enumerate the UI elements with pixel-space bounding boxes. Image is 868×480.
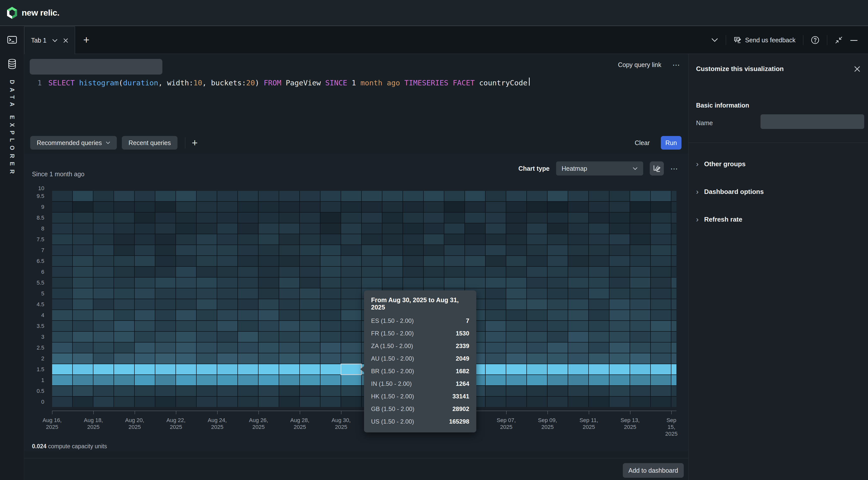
heatmap-cell[interactable] [217, 321, 238, 331]
heatmap-cell[interactable] [486, 364, 506, 374]
heatmap-cell[interactable] [114, 353, 134, 364]
heatmap-cell[interactable] [672, 299, 676, 309]
heatmap-cell[interactable] [238, 202, 258, 212]
heatmap-cell[interactable] [155, 397, 176, 407]
heatmap-cell[interactable] [114, 364, 134, 374]
heatmap-cell[interactable] [73, 364, 93, 374]
heatmap-cell[interactable] [279, 332, 299, 342]
heatmap-cell[interactable] [651, 299, 671, 309]
heatmap-cell[interactable] [465, 277, 485, 288]
heatmap-cell[interactable] [320, 277, 341, 288]
heatmap-cell[interactable] [506, 299, 526, 309]
heatmap-cell[interactable] [279, 202, 299, 212]
heatmap-cell[interactable] [548, 256, 568, 266]
heatmap-cell[interactable] [155, 202, 176, 212]
heatmap-cell[interactable] [93, 277, 114, 288]
heatmap-cell[interactable] [93, 256, 114, 266]
heatmap-cell[interactable] [176, 191, 196, 201]
heatmap-cell[interactable] [258, 364, 279, 374]
heatmap-cell[interactable] [589, 386, 609, 396]
heatmap-cell[interactable] [93, 299, 114, 309]
heatmap-cell[interactable] [382, 245, 403, 256]
heatmap-cell[interactable] [486, 397, 506, 407]
heatmap-cell[interactable] [238, 256, 258, 266]
heatmap-cell[interactable] [93, 353, 114, 364]
heatmap-cell[interactable] [589, 375, 609, 385]
heatmap-cell[interactable] [93, 191, 114, 201]
heatmap-cell[interactable] [610, 364, 629, 374]
heatmap-cell[interactable] [238, 213, 258, 223]
heatmap-cell[interactable] [279, 342, 299, 353]
heatmap-cell[interactable] [52, 213, 72, 223]
heatmap-cell[interactable] [176, 299, 196, 309]
heatmap-cell[interactable] [300, 223, 320, 234]
heatmap-cell[interactable] [155, 277, 176, 288]
heatmap-cell[interactable] [73, 234, 93, 244]
heatmap-cell[interactable] [444, 277, 464, 288]
heatmap-cell[interactable] [73, 299, 93, 309]
chart-type-select[interactable]: Heatmap [556, 161, 643, 176]
heatmap-cell[interactable] [506, 375, 526, 385]
heatmap-cell[interactable] [73, 386, 93, 396]
heatmap-cell[interactable] [279, 321, 299, 331]
heatmap-cell[interactable] [548, 288, 568, 299]
heatmap-cell[interactable] [196, 277, 217, 288]
heatmap-cell[interactable] [52, 202, 72, 212]
heatmap-cell[interactable] [672, 342, 676, 353]
heatmap-cell[interactable] [279, 299, 299, 309]
heatmap-cell[interactable] [403, 223, 423, 234]
chart-more-options-icon[interactable]: ⋯ [671, 164, 679, 173]
heatmap-cell[interactable] [651, 397, 671, 407]
heatmap-cell[interactable] [651, 288, 671, 299]
heatmap-cell[interactable] [196, 288, 217, 299]
heatmap-cell[interactable] [444, 213, 464, 223]
heatmap-cell[interactable] [444, 267, 464, 277]
heatmap-cell[interactable] [279, 397, 299, 407]
heatmap-cell[interactable] [548, 223, 568, 234]
heatmap-cell[interactable] [630, 321, 650, 331]
heatmap-cell[interactable] [527, 223, 547, 234]
heatmap-cell[interactable] [568, 353, 588, 364]
heatmap-cell[interactable] [73, 223, 93, 234]
heatmap-cell[interactable] [279, 223, 299, 234]
heatmap-cell[interactable] [258, 375, 279, 385]
heatmap-cell[interactable] [196, 397, 217, 407]
heatmap-cell[interactable] [548, 245, 568, 256]
heatmap-cell[interactable] [279, 364, 299, 374]
heatmap-cell[interactable] [527, 191, 547, 201]
heatmap-cell[interactable] [568, 256, 588, 266]
heatmap-cell[interactable] [486, 288, 506, 299]
heatmap-cell[interactable] [155, 256, 176, 266]
heatmap-cell[interactable] [196, 202, 217, 212]
heatmap-cell[interactable] [217, 191, 238, 201]
heatmap-cell[interactable] [527, 375, 547, 385]
heatmap-cell[interactable] [238, 353, 258, 364]
heatmap-cell[interactable] [651, 353, 671, 364]
heatmap-cell[interactable] [196, 321, 217, 331]
run-button[interactable]: Run [661, 136, 681, 150]
heatmap-cell[interactable] [52, 342, 72, 353]
heatmap-cell[interactable] [238, 386, 258, 396]
heatmap-cell[interactable] [527, 310, 547, 320]
heatmap-cell[interactable] [238, 375, 258, 385]
heatmap-cell[interactable] [73, 267, 93, 277]
heatmap-cell[interactable] [403, 234, 423, 244]
heatmap-cell[interactable] [506, 397, 526, 407]
heatmap-cell[interactable] [135, 332, 155, 342]
heatmap-cell[interactable] [589, 202, 609, 212]
heatmap-cell[interactable] [217, 375, 238, 385]
heatmap-cell[interactable] [589, 191, 609, 201]
heatmap-cell[interactable] [279, 386, 299, 396]
heatmap-cell[interactable] [320, 364, 341, 374]
heatmap-cell[interactable] [279, 234, 299, 244]
heatmap-cell[interactable] [258, 321, 279, 331]
help-icon[interactable] [811, 36, 819, 44]
heatmap-cell[interactable] [196, 375, 217, 385]
heatmap-cell[interactable] [444, 223, 464, 234]
heatmap-cell[interactable] [651, 277, 671, 288]
heatmap-cell[interactable] [630, 397, 650, 407]
heatmap-cell[interactable] [196, 353, 217, 364]
heatmap-cell[interactable] [341, 299, 361, 309]
heatmap-cell[interactable] [341, 321, 361, 331]
heatmap-cell[interactable] [444, 191, 464, 201]
